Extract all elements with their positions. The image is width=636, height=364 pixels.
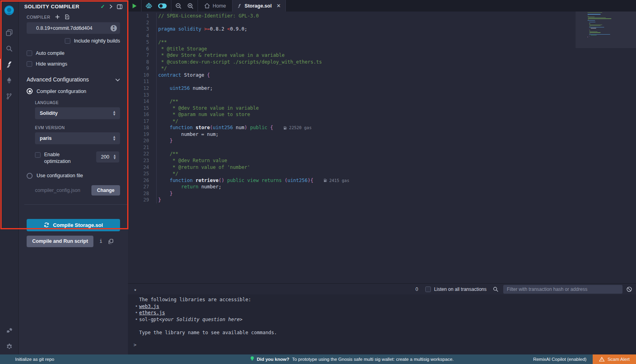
refresh-icon [44,222,49,228]
version-updown-icon: ▲▼ [111,25,117,31]
copilot-status[interactable]: RemixAI Copilot (enabled) [533,357,593,362]
code-line: 1// SPDX-License-Identifier: GPL-3.0 [128,13,636,19]
code-line: 4 [128,33,636,39]
optimization-runs-input[interactable]: 200 ▲▼ [96,151,119,163]
expand-terminal-icon[interactable]: ⌄⌄ [134,288,137,290]
transaction-filter-input[interactable] [503,285,622,294]
tab-home[interactable]: Home [198,0,232,12]
home-icon [204,3,210,8]
auto-compile-checkbox[interactable] [27,50,32,56]
remix-logo-icon[interactable] [0,2,19,19]
compiler-configuration-radio[interactable] [27,88,33,94]
compiler-section-label: COMPILER [27,15,50,19]
code-line: 2 [128,19,636,26]
change-config-button[interactable]: Change [91,185,120,196]
did-you-know-label: Did you know? [257,357,289,362]
did-you-know-text: To prototype using the Gnosis safe multi… [292,357,454,362]
code-line: 28 } [128,190,636,197]
include-nightly-row[interactable]: Include nightly builds [27,38,120,44]
clear-console-icon[interactable] [626,287,632,292]
code-line: 16 * @param num value to store [128,111,636,118]
hide-warnings-row[interactable]: Hide warnings [27,61,120,67]
evm-version-label: EVM VERSION [35,126,120,130]
warning-icon [599,357,605,362]
git-icon[interactable] [0,88,19,104]
tab-storage-sol[interactable]: Storage.sol ✕ [232,0,286,12]
number-updown-icon: ▲▼ [113,154,116,160]
advanced-configurations-toggle[interactable]: Advanced Configurations [27,76,120,83]
code-line: 14 /** [128,98,636,105]
include-nightly-checkbox[interactable] [65,38,70,44]
ai-copilot-toggle[interactable] [158,3,167,9]
code-line: 9 */ [128,65,636,72]
language-select[interactable]: Solidity ▲▼ [35,107,120,119]
terminal-line: •web3.js [134,303,636,310]
copy-icon[interactable] [109,239,113,244]
code-line: 29} [128,197,636,203]
code-line: 3pragma solidity >=0.8.2 <0.9.0; [128,26,636,33]
code-line: 21 [128,144,636,151]
listen-all-checkbox[interactable] [425,287,431,292]
select-updown-icon: ▲▼ [112,110,116,116]
code-line: 5/** [128,39,636,46]
panel-title: SOLIDITY COMPILER [24,4,96,10]
search-icon[interactable] [0,41,19,56]
terminal-search-icon[interactable] [493,287,498,292]
terminal-output[interactable]: The following libraries are accessible:•… [128,294,636,354]
lightbulb-icon [250,356,254,362]
scam-alert-button[interactable]: Scam Alert [593,354,636,364]
solidity-compiler-icon[interactable] [0,56,19,72]
code-line: 6 * @title Storage [128,46,636,52]
remix-ide-window: SOLIDITY COMPILER ✓ COMPILER 0.8.19+comm… [0,0,636,364]
activity-bar [0,0,19,354]
enable-optimization-row[interactable]: Enable optimization [35,151,96,165]
gas-estimate-badge: 2415 gas [324,177,349,184]
language-label: LANGUAGE [35,101,120,105]
transaction-count: 0 [415,287,418,292]
terminal-prompt[interactable]: > [134,342,636,348]
compile-button[interactable]: Compile Storage.sol [27,219,120,231]
settings-icon[interactable] [0,339,19,354]
open-file-icon[interactable] [64,14,70,19]
compiler-version-value: 0.8.19+commit.7dd6d404 [36,25,111,31]
file-explorer-icon[interactable] [0,25,19,41]
use-config-file-radio[interactable] [27,173,33,179]
zoom-in-icon[interactable] [187,3,194,9]
git-init-status[interactable]: Initialize as git repo [0,357,171,362]
solidity-compiler-panel: SOLIDITY COMPILER ✓ COMPILER 0.8.19+comm… [19,0,128,354]
library-link[interactable]: ethers.js [139,310,165,316]
code-editor[interactable]: 1// SPDX-License-Identifier: GPL-3.023pr… [128,12,636,283]
code-line: 8 * @custom:dev-run-script ./scripts/dep… [128,59,636,66]
pin-panel-icon[interactable] [117,4,122,9]
auto-compile-row[interactable]: Auto compile [27,50,120,56]
enable-optimization-checkbox[interactable] [35,152,41,158]
code-line: 20 } [128,137,636,144]
code-line: 11 [128,78,636,85]
chevron-down-icon [115,77,120,83]
plugin-manager-icon[interactable] [0,323,19,339]
compile-success-icon: ✓ [101,4,105,10]
add-compiler-icon[interactable] [55,15,60,19]
code-line: 24 * @return value of 'number' [128,164,636,171]
compile-and-run-button[interactable]: Compile and Run script [27,236,93,247]
code-line: 10contract Storage { [128,72,636,79]
minimap[interactable] [576,12,636,283]
code-line: 19 number = num; [128,131,636,138]
deploy-run-icon[interactable] [0,72,19,88]
forward-chevron-icon[interactable] [109,4,112,9]
zoom-out-icon[interactable] [175,3,182,9]
terminal-line: •sol-gpt <your Solidity question here> [134,316,636,323]
evm-version-select[interactable]: paris ▲▼ [35,132,120,144]
listen-all-transactions-row[interactable]: Listen on all transactions [425,287,487,292]
terminal-line: Type the library name to see available c… [134,329,636,336]
info-icon[interactable]: i [99,238,102,244]
use-config-file-radio-row[interactable]: Use configuration file [27,173,120,179]
compiler-version-select[interactable]: 0.8.19+commit.7dd6d404 ▲▼ [27,22,120,34]
run-script-play-icon[interactable] [132,3,137,9]
compiler-configuration-radio-row[interactable]: Compiler configuration [27,88,120,94]
close-tab-icon[interactable]: ✕ [276,3,281,9]
config-file-name: compiler_config.json [27,188,91,193]
hide-warnings-checkbox[interactable] [27,61,32,67]
ai-copilot-robot-icon[interactable] [145,3,152,9]
library-link[interactable]: web3.js [139,303,159,310]
